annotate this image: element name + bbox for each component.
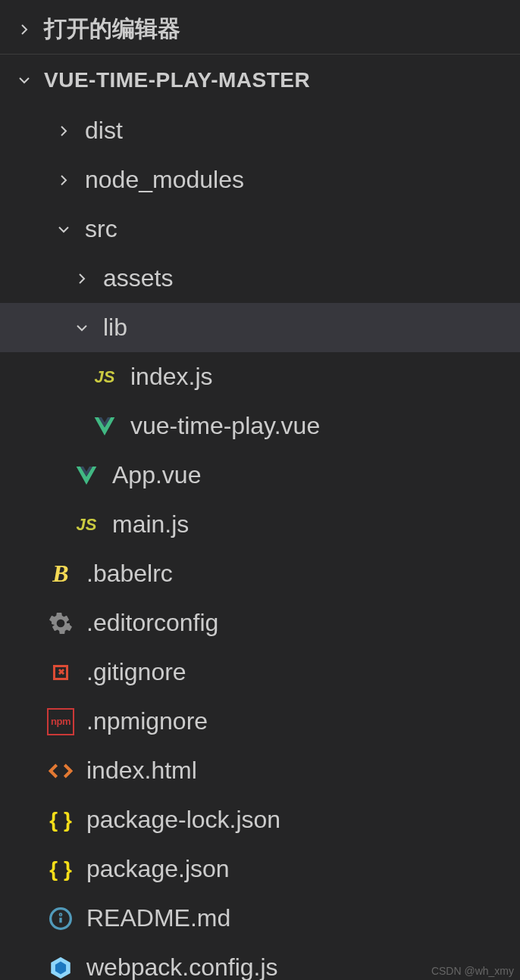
webpack-icon (47, 954, 74, 981)
file-editorconfig[interactable]: .editorconfig (0, 598, 520, 648)
chevron-down-icon (15, 71, 33, 89)
folder-label: node_modules (85, 166, 244, 194)
folder-label: lib (103, 314, 127, 342)
file-app-vue[interactable]: App.vue (0, 451, 520, 500)
project-root-section[interactable]: VUE-TIME-PLAY-MASTER (0, 54, 520, 106)
file-npmignore[interactable]: npm .npmignore (0, 697, 520, 746)
info-icon (47, 905, 74, 932)
file-label: README.md (86, 904, 230, 932)
vue-icon (73, 462, 100, 489)
file-readme[interactable]: README.md (0, 894, 520, 943)
open-editors-label: 打开的编辑器 (44, 14, 180, 45)
folder-label: assets (103, 264, 173, 292)
chevron-right-icon (55, 122, 73, 140)
chevron-right-icon (15, 20, 33, 39)
chevron-down-icon (73, 319, 91, 337)
folder-node-modules[interactable]: node_modules (0, 155, 520, 204)
file-label: webpack.config.js (86, 953, 278, 980)
chevron-right-icon (73, 270, 91, 288)
file-label: package-lock.json (86, 806, 280, 834)
file-index-html[interactable]: index.html (0, 746, 520, 795)
git-icon (47, 659, 74, 686)
js-icon: JS (73, 511, 100, 538)
file-label: main.js (112, 510, 189, 538)
file-label: .npmignore (86, 707, 208, 735)
json-icon: { } (47, 807, 74, 834)
gear-icon (47, 610, 74, 637)
js-icon: JS (91, 364, 118, 391)
folder-label: src (85, 215, 117, 243)
file-label: vue-time-play.vue (130, 412, 320, 440)
html-icon (47, 757, 74, 785)
file-main-js[interactable]: JS main.js (0, 500, 520, 549)
file-explorer-sidebar: 打开的编辑器 VUE-TIME-PLAY-MASTER dist node_mo… (0, 0, 520, 980)
file-gitignore[interactable]: .gitignore (0, 648, 520, 697)
vue-icon (91, 413, 118, 440)
babel-icon: B (47, 560, 74, 588)
project-root-label: VUE-TIME-PLAY-MASTER (44, 68, 310, 92)
file-label: index.html (86, 757, 197, 785)
file-label: .gitignore (86, 658, 186, 686)
file-package-lock[interactable]: { } package-lock.json (0, 795, 520, 844)
file-label: .editorconfig (86, 609, 218, 637)
file-label: App.vue (112, 461, 201, 489)
file-label: package.json (86, 855, 230, 883)
npm-icon: npm (47, 708, 74, 735)
file-index-js[interactable]: JS index.js (0, 352, 520, 401)
open-editors-section[interactable]: 打开的编辑器 (0, 5, 520, 54)
watermark: CSDN @wh_xmy (431, 965, 514, 977)
file-label: .babelrc (86, 560, 173, 588)
folder-lib[interactable]: lib (0, 303, 520, 352)
file-package-json[interactable]: { } package.json (0, 844, 520, 894)
file-babelrc[interactable]: B .babelrc (0, 549, 520, 598)
folder-assets[interactable]: assets (0, 254, 520, 303)
folder-src[interactable]: src (0, 204, 520, 254)
svg-point-2 (60, 914, 61, 915)
folder-label: dist (85, 117, 123, 145)
file-label: index.js (130, 363, 213, 391)
chevron-down-icon (55, 220, 73, 239)
folder-dist[interactable]: dist (0, 106, 520, 155)
file-vue-time-play[interactable]: vue-time-play.vue (0, 401, 520, 451)
chevron-right-icon (55, 171, 73, 189)
json-icon: { } (47, 856, 74, 883)
